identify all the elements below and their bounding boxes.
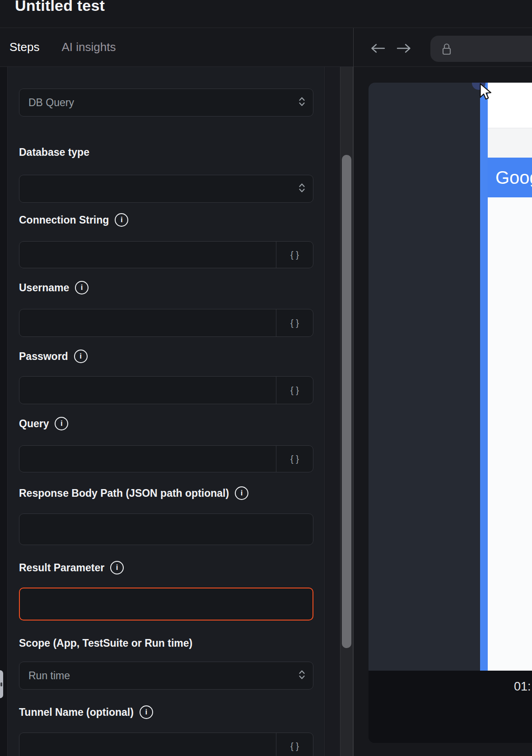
page-right-column: Goog (488, 83, 532, 671)
tab-bar: Steps AI insights (0, 28, 353, 67)
expression-button[interactable]: { } (276, 242, 313, 268)
step-type-value: DB Query (19, 97, 74, 109)
chevron-updown-icon (298, 182, 306, 196)
panel-collapse-handle[interactable] (0, 670, 3, 698)
braces-icon: { } (290, 318, 299, 328)
page-blue-strip (480, 83, 488, 671)
arrow-right-icon (396, 43, 411, 54)
info-icon[interactable]: i (110, 561, 124, 574)
database-type-select[interactable] (19, 175, 313, 203)
chevron-updown-icon (298, 96, 306, 109)
handle-grip-icon (0, 682, 2, 686)
info-icon[interactable]: i (115, 213, 128, 227)
braces-icon: { } (290, 741, 299, 751)
step-type-select[interactable]: DB Query (19, 89, 313, 117)
field-label-scope: Scope (App, TestSuite or Run time) (19, 636, 313, 650)
info-icon[interactable]: i (74, 350, 88, 363)
password-input[interactable] (19, 377, 276, 404)
field-label-connection-string: Connection String i (19, 213, 313, 227)
expression-button[interactable]: { } (276, 446, 313, 472)
braces-icon: { } (290, 454, 299, 464)
page-title: Untitled test (15, 0, 105, 14)
field-label-database-type: Database type (19, 145, 313, 159)
scope-value: Run time (19, 670, 70, 682)
query-input[interactable] (19, 446, 276, 472)
password-field: { } (19, 376, 313, 404)
query-field: { } (19, 445, 313, 472)
connection-string-field: { } (19, 241, 313, 268)
info-icon[interactable]: i (140, 705, 153, 719)
username-field: { } (19, 309, 313, 337)
scrollbar-thumb[interactable] (342, 155, 351, 648)
tab-steps[interactable]: Steps (9, 40, 40, 54)
expression-button[interactable]: { } (276, 377, 313, 404)
scope-select[interactable]: Run time (19, 662, 313, 690)
address-bar[interactable] (430, 36, 532, 62)
info-icon[interactable]: i (75, 281, 89, 294)
page-white-header (488, 83, 532, 128)
expression-button[interactable]: { } (276, 733, 313, 756)
chevron-updown-icon (298, 669, 306, 682)
username-input[interactable] (19, 309, 276, 336)
connection-string-input[interactable] (19, 242, 276, 268)
braces-icon: { } (290, 385, 299, 396)
window-title-bar: Untitled test (0, 0, 532, 28)
response-body-path-textarea[interactable] (19, 513, 313, 545)
info-icon[interactable]: i (55, 417, 68, 430)
field-label-password: Password i (19, 350, 313, 363)
timestamp: 01: (514, 680, 531, 694)
scrollbar-gutter (325, 67, 340, 756)
field-label-result-parameter: Result Parameter i (19, 561, 313, 574)
google-header-bar: Goog (488, 158, 532, 197)
lock-icon (442, 42, 452, 55)
result-parameter-input[interactable] (19, 588, 313, 621)
mouse-cursor-icon (480, 83, 492, 102)
tunnel-name-field: { } (19, 733, 313, 756)
field-label-response-body-path: Response Body Path (JSON path optional) … (19, 486, 313, 500)
tunnel-name-input[interactable] (19, 733, 276, 756)
left-rail (0, 67, 8, 756)
step-editor-panel: DB Query Database type Connection String… (8, 67, 325, 756)
back-button[interactable] (370, 43, 386, 54)
braces-icon: { } (290, 250, 299, 260)
field-label-query: Query i (19, 417, 313, 430)
remote-page-viewport[interactable]: Goog (369, 83, 532, 671)
tab-ai-insights[interactable]: AI insights (62, 40, 116, 54)
field-label-tunnel-name: Tunnel Name (optional) i (19, 705, 313, 719)
page-dark-region (369, 83, 480, 671)
browser-preview-section: Goog 01: (354, 67, 532, 756)
info-icon[interactable]: i (235, 486, 248, 500)
replay-controls-bar[interactable]: 01: (369, 671, 532, 743)
field-label-username: Username i (19, 281, 313, 294)
browser-toolbar (354, 28, 532, 67)
google-header-text: Goog (488, 168, 532, 188)
panel-divider (353, 28, 354, 756)
forward-button[interactable] (396, 43, 411, 54)
arrow-left-icon (370, 43, 386, 54)
page-gray-band (488, 128, 532, 158)
remote-browser-card: Goog 01: (369, 83, 532, 743)
expression-button[interactable]: { } (276, 309, 313, 336)
